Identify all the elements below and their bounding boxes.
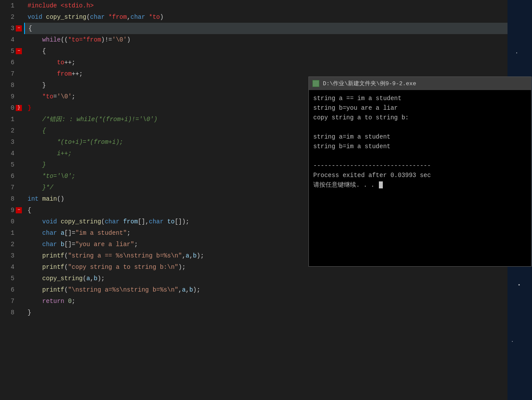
terminal-line-4 xyxy=(313,122,527,132)
terminal-cursor xyxy=(379,181,383,188)
terminal-line-9: Process exited after 0.03993 sec xyxy=(313,170,527,180)
line-num-27: 7 xyxy=(0,296,24,307)
terminal-title: D:\作业\新建文件夹\例9-9-2.exe xyxy=(323,80,416,87)
line-num-3[interactable]: 3 − xyxy=(0,23,24,34)
line-num-13: 3 xyxy=(0,136,24,148)
line-num-21: 1 xyxy=(0,227,24,239)
line-num-15: 5 xyxy=(0,159,24,170)
code-line-1: #include <stdio.h> xyxy=(24,0,508,11)
code-line-6: to++; xyxy=(24,57,508,68)
fold-icon-5[interactable]: − xyxy=(16,48,22,54)
star-5 xyxy=(518,284,520,285)
code-line-28: } xyxy=(24,307,508,318)
line-num-6: 6 xyxy=(0,57,24,68)
code-line-5: { xyxy=(24,45,508,57)
fold-icon-3[interactable]: − xyxy=(16,25,22,31)
terminal-line-1: string a == im a student xyxy=(313,94,527,103)
terminal-window: D:\作业\新建文件夹\例9-9-2.exe string a == im a … xyxy=(308,77,532,267)
terminal-line-8: -------------------------------- xyxy=(313,161,527,170)
line-num-11: 1 xyxy=(0,114,24,125)
line-num-12: 2 xyxy=(0,125,24,136)
code-line-27: return 0; xyxy=(24,296,508,307)
line-num-7: 7 xyxy=(0,68,24,80)
line-num-24: 4 xyxy=(0,261,24,273)
terminal-line-7 xyxy=(313,151,527,161)
line-num-2: 2 xyxy=(0,11,24,23)
line-num-9: 9 xyxy=(0,91,24,102)
code-line-3: { xyxy=(24,23,508,34)
line-num-8: 8 xyxy=(0,80,24,91)
terminal-line-3: copy string a to string b: xyxy=(313,113,527,122)
code-line-26: printf("\nstring a=%s\nstring b=%s\n",a,… xyxy=(24,284,508,296)
terminal-line-10: 请按任意键继续. . . xyxy=(313,180,527,190)
code-line-4: while((*to=*from)!='\0') xyxy=(24,34,508,45)
line-num-5[interactable]: 5 − xyxy=(0,45,24,57)
line-num-28: 8 xyxy=(0,307,24,318)
code-line-2: void copy_string(char *from,char *to) xyxy=(24,11,508,23)
line-num-10[interactable]: 0 } xyxy=(0,102,24,114)
line-num-20: 0 xyxy=(0,216,24,227)
terminal-line-5: string a=im a student xyxy=(313,132,527,142)
line-num-1: 1 xyxy=(0,0,24,11)
line-num-4: 4 xyxy=(0,34,24,45)
star-1 xyxy=(516,52,517,53)
fold-icon-10[interactable]: } xyxy=(16,105,22,111)
terminal-body: string a == im a student string b=you ar… xyxy=(309,90,531,266)
terminal-titlebar: D:\作业\新建文件夹\例9-9-2.exe xyxy=(309,77,531,90)
line-num-25: 5 xyxy=(0,273,24,284)
star-6 xyxy=(512,341,513,342)
line-num-16: 6 xyxy=(0,170,24,182)
terminal-line-2: string b=you are a liar xyxy=(313,103,527,113)
terminal-line-6: string b=im a student xyxy=(313,142,527,151)
fold-icon-19[interactable]: − xyxy=(16,207,22,213)
line-num-22: 2 xyxy=(0,239,24,250)
line-num-18: 8 xyxy=(0,193,24,205)
terminal-icon xyxy=(312,80,319,87)
line-num-26: 6 xyxy=(0,284,24,296)
line-num-17: 7 xyxy=(0,182,24,193)
line-numbers: 1 2 3 − 4 5 − 6 xyxy=(0,0,24,400)
code-line-25: copy_string(a,b); xyxy=(24,273,508,284)
line-num-23: 3 xyxy=(0,250,24,261)
line-num-14: 4 xyxy=(0,148,24,159)
line-num-19[interactable]: 9 − xyxy=(0,205,24,216)
